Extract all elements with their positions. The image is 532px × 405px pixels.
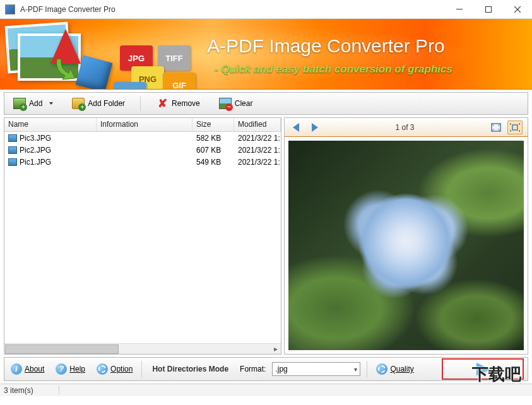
status-bar: 3 item(s) [0, 384, 532, 396]
cell-name: Pic3.JPG [4, 132, 97, 144]
minimize-button[interactable] [445, 0, 474, 19]
option-label: Option [110, 365, 133, 373]
format-badge-gif: GIF [163, 73, 196, 90]
triangle-right-icon [310, 123, 318, 132]
cell-modified: 2021/3/22 1: [234, 156, 281, 168]
add-icon [13, 98, 26, 109]
image-content [288, 141, 524, 350]
format-label: Format: [240, 365, 266, 373]
file-list-panel: Name Information Size Modified Pic3.JPG5… [4, 117, 281, 355]
separator [141, 361, 142, 377]
dropdown-arrow-icon [49, 102, 53, 105]
fit-window-button[interactable] [488, 120, 504, 134]
add-folder-button[interactable]: Add Folder [68, 96, 129, 111]
format-value: .jpg [275, 365, 287, 373]
horizontal-scrollbar[interactable]: ▸ [4, 343, 281, 354]
header-banner: JPG TIFF PNG BMP GIF A-PDF Image Convert… [0, 19, 532, 90]
table-header: Name Information Size Modified [4, 118, 281, 132]
col-name[interactable]: Name [4, 118, 97, 131]
col-modified[interactable]: Modified [234, 118, 281, 131]
clear-button[interactable]: Clear [215, 96, 257, 111]
col-size[interactable]: Size [192, 118, 234, 131]
cell-size: 607 KB [192, 144, 234, 156]
preview-panel: 1 of 3 [284, 117, 528, 355]
fit-window-icon [491, 123, 501, 132]
actual-size-button[interactable] [507, 120, 523, 134]
triangle-left-icon [293, 123, 300, 132]
image-file-icon [8, 158, 17, 166]
col-information[interactable]: Information [97, 118, 192, 131]
logo-graphic [6, 24, 120, 84]
cell-modified: 2021/3/22 1: [234, 132, 281, 144]
maximize-button[interactable] [474, 0, 503, 19]
titlebar: A-PDF Image Converter Pro [0, 0, 532, 19]
remove-icon: ✘ [156, 98, 168, 109]
svg-rect-0 [456, 9, 463, 9]
cell-size: 549 KB [192, 156, 234, 168]
status-item-count: 3 item(s) [4, 385, 59, 395]
gear-icon [97, 363, 108, 375]
cell-info [97, 137, 192, 139]
add-label: Add [29, 99, 42, 108]
actual-size-icon [510, 123, 520, 132]
play-icon [476, 363, 489, 375]
cell-info [97, 149, 192, 151]
cell-info [97, 161, 192, 163]
option-button[interactable]: Option [94, 361, 135, 377]
quality-icon [376, 363, 387, 375]
format-select[interactable]: .jpg ▾ [272, 362, 360, 376]
remove-label: Remove [172, 99, 200, 108]
banner-title: A-PDF Image Converter Pro [207, 35, 445, 57]
help-label: Help [69, 365, 85, 373]
main-toolbar: Add Add Folder ✘ Remove Clear [4, 92, 528, 115]
preview-toolbar: 1 of 3 [285, 118, 528, 137]
about-label: About [25, 365, 44, 373]
main-content: Name Information Size Modified Pic3.JPG5… [4, 117, 528, 355]
quality-button[interactable]: Quality [374, 361, 416, 377]
table-row[interactable]: Pic2.JPG607 KB2021/3/22 1: [4, 144, 281, 156]
svg-rect-3 [512, 125, 517, 130]
help-icon: ? [56, 363, 67, 375]
help-button[interactable]: ? Help [53, 361, 88, 377]
add-button[interactable]: Add [9, 96, 57, 111]
add-folder-label: Add Folder [88, 99, 125, 108]
window-title: A-PDF Image Converter Pro [20, 5, 445, 14]
svg-rect-1 [486, 6, 492, 12]
next-image-button[interactable] [307, 120, 321, 134]
format-badge-bmp: BMP [114, 82, 146, 90]
bottom-toolbar: i About ? Help Option Hot Directories Mo… [4, 357, 528, 381]
hot-directories-mode-link[interactable]: Hot Directories Mode [152, 365, 228, 373]
cell-name: Pic1.JPG [4, 156, 97, 168]
app-icon [5, 4, 15, 15]
image-file-icon [8, 146, 17, 154]
remove-button[interactable]: ✘ Remove [152, 96, 204, 111]
cell-modified: 2021/3/22 1: [234, 144, 281, 156]
chevron-down-icon: ▾ [354, 366, 357, 373]
image-file-icon [8, 134, 17, 142]
folder-icon [72, 98, 85, 109]
table-body: Pic3.JPG582 KB2021/3/22 1:Pic2.JPG607 KB… [4, 132, 281, 343]
close-button[interactable] [503, 0, 532, 19]
banner-subtitle: - Quick and easy batch conversion of gra… [215, 63, 452, 76]
convert-button[interactable] [442, 358, 524, 380]
prev-image-button[interactable] [290, 120, 304, 134]
about-button[interactable]: i About [8, 361, 47, 377]
scroll-right-arrow-icon[interactable]: ▸ [270, 344, 281, 355]
preview-image [288, 141, 524, 350]
cell-size: 582 KB [192, 132, 234, 144]
clear-icon [219, 98, 232, 109]
cell-name: Pic2.JPG [4, 144, 97, 156]
preview-counter: 1 of 3 [325, 123, 485, 132]
table-row[interactable]: Pic3.JPG582 KB2021/3/22 1: [4, 132, 281, 144]
clear-label: Clear [235, 99, 253, 108]
separator [367, 361, 367, 377]
toolbar-separator [140, 96, 141, 111]
table-row[interactable]: Pic1.JPG549 KB2021/3/22 1: [4, 156, 281, 168]
scrollbar-thumb[interactable] [5, 344, 119, 354]
info-icon: i [11, 363, 22, 375]
quality-label: Quality [390, 365, 413, 373]
